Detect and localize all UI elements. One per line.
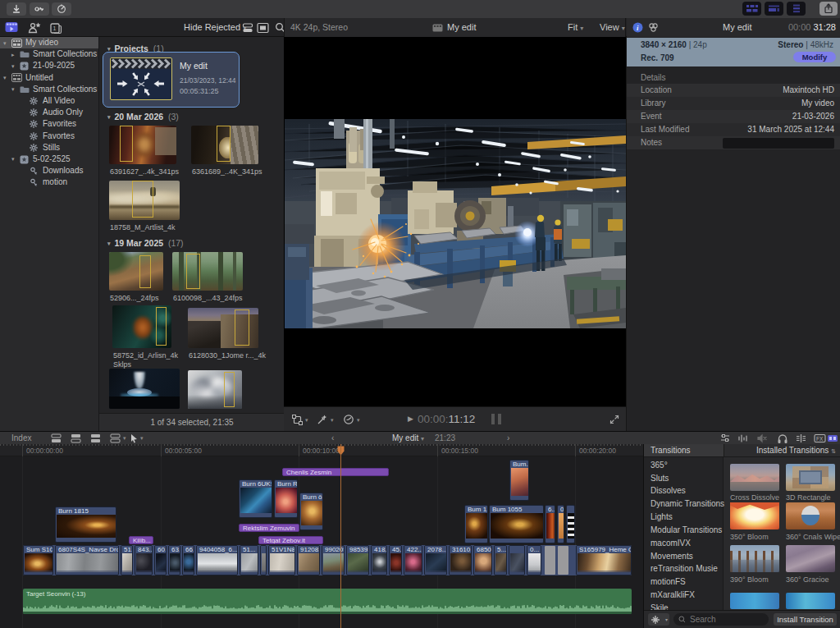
- svg-text:1: 1: [53, 25, 57, 31]
- svg-text:FX: FX: [816, 436, 824, 442]
